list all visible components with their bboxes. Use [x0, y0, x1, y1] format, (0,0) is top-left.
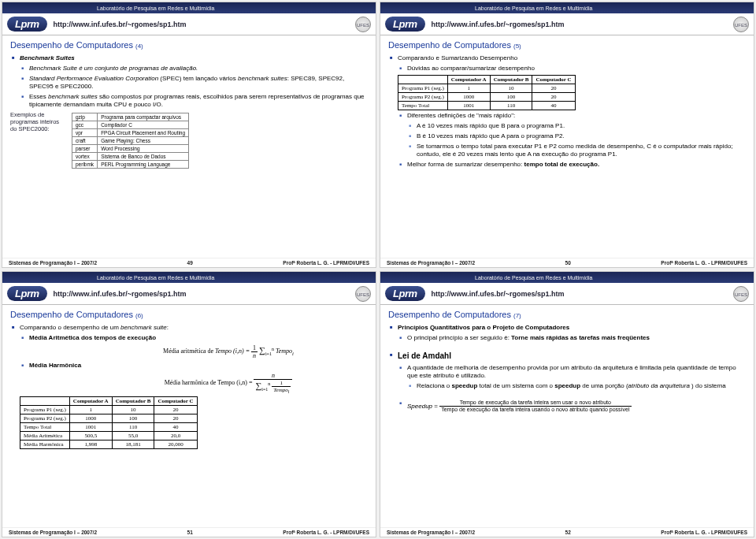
- page-num: 52: [565, 530, 571, 535]
- cell: gcc: [72, 121, 98, 129]
- col-header: Computador C: [154, 397, 197, 406]
- slide-title: Desempenho de Computadores (5): [388, 40, 746, 50]
- bullet: A quantidade de melhoria de desempenho p…: [407, 364, 746, 380]
- text: benchmark suites: [238, 75, 287, 82]
- cell: FPGA Circuit Placement and Routing: [98, 129, 189, 137]
- cell: 1001: [447, 102, 490, 110]
- spec-examples: Exemplos de programas inteiros do SPEC20…: [10, 111, 368, 169]
- heading-benchmark: Benchmark Suites: [20, 54, 368, 62]
- text: (SPEC) tem lançado vários: [158, 75, 238, 82]
- page-num: 50: [565, 260, 571, 266]
- slide-4: Laboratório de Pesquisa em Redes e Multi…: [2, 2, 376, 268]
- lab-header: Laboratório de Pesquisa em Redes e Multi…: [2, 2, 376, 13]
- cell: Game Playing: Chess: [98, 137, 189, 145]
- logo-row: Lprm http://www.inf.ufes.br/~rgomes/sp1.…: [380, 13, 754, 35]
- cell: gzip: [72, 113, 98, 121]
- cell: PERL Programming Language: [98, 161, 189, 169]
- text: total de um sistema com o: [477, 382, 554, 389]
- cell: 40: [154, 423, 197, 432]
- cell: 20: [532, 84, 575, 93]
- cell: Compilador C: [98, 121, 189, 129]
- text: de uma porção (: [580, 382, 628, 389]
- url: http://www.inf.ufes.br/~rgomes/sp1.htm: [54, 290, 187, 298]
- cell: 100: [490, 93, 532, 102]
- col-header: Computador B: [490, 76, 532, 84]
- heading-amdahl: Lei de Amdahl: [398, 351, 746, 362]
- text: Melhor forma de sumarizar desempenho:: [407, 161, 524, 168]
- ufes-crest-icon: UFES: [355, 286, 371, 302]
- ufes-crest-icon: UFES: [355, 17, 371, 32]
- cell: parser: [72, 145, 98, 153]
- cell: 20: [154, 414, 197, 423]
- cell: 18,181: [112, 440, 154, 449]
- text: Relaciona o: [417, 382, 451, 389]
- cell: 1: [69, 406, 112, 414]
- url: http://www.inf.ufes.br/~rgomes/sp1.htm: [432, 20, 565, 28]
- text: speedup: [451, 382, 477, 389]
- lab-header: Laboratório de Pesquisa em Redes e Multi…: [2, 272, 376, 283]
- cell: 500,5: [69, 432, 112, 440]
- cell: vortex: [72, 153, 98, 161]
- lprm-logo: Lprm: [385, 286, 425, 301]
- footer-right: Profª Roberta L. G. - LPRM/DI/UFES: [661, 260, 747, 266]
- lab-header: Laboratório de Pesquisa em Redes e Multi…: [380, 272, 754, 283]
- numerator: Tempo de execução da tarefa inteira sem …: [439, 400, 631, 407]
- text: Esses: [29, 93, 48, 100]
- col-header: Computador A: [447, 76, 490, 84]
- footer-left: Sistemas de Programação I – 2007/2: [9, 530, 97, 535]
- text: speedup: [554, 382, 580, 389]
- slide-6: Laboratório de Pesquisa em Redes e Multi…: [2, 271, 376, 537]
- col-header: Computador C: [532, 76, 575, 84]
- cell: 1000: [69, 414, 112, 423]
- footer-right: Profª Roberta L. G. - LPRM/DI/UFES: [283, 530, 369, 535]
- cell: 10: [490, 84, 532, 93]
- heading: Comparando o desempenho de um benchmark …: [20, 324, 368, 332]
- text: Média harmônica de Tempo (i,n) =: [165, 379, 254, 386]
- title-num: (7): [513, 312, 521, 319]
- title-text: Desempenho de Computadores: [10, 40, 133, 50]
- bullet: B é 10 vezes mais rápido que A para o pr…: [417, 132, 746, 140]
- text: benchmark suites: [48, 93, 98, 100]
- content: Desempenho de Computadores (7) Princípio…: [380, 305, 754, 527]
- col-header: Computador A: [69, 397, 112, 406]
- cell: 110: [112, 423, 154, 432]
- col-header: [398, 76, 448, 84]
- slide-5: Laboratório de Pesquisa em Redes e Multi…: [380, 2, 754, 268]
- cell: 20,000: [154, 440, 197, 449]
- url: http://www.inf.ufes.br/~rgomes/sp1.htm: [54, 20, 187, 28]
- url: http://www.inf.ufes.br/~rgomes/sp1.htm: [432, 290, 565, 298]
- page-num: 49: [187, 260, 193, 266]
- title-num: (5): [513, 43, 521, 50]
- title-text: Desempenho de Computadores: [388, 40, 511, 50]
- slide-title: Desempenho de Computadores (6): [10, 310, 368, 319]
- lprm-logo: Lprm: [7, 286, 47, 301]
- title-text: Desempenho de Computadores: [10, 310, 133, 319]
- content: Desempenho de Computadores (5) Comparand…: [380, 35, 754, 258]
- text: ) do sistema: [690, 382, 726, 389]
- text: =: [432, 403, 439, 410]
- footer-left: Sistemas de Programação I – 2007/2: [387, 530, 475, 535]
- denominator: Tempo de execução da tarefa inteira usan…: [439, 407, 631, 414]
- cell: Programa para compactar arquivos: [98, 113, 189, 121]
- cell: 20: [154, 406, 197, 414]
- bullet: Se tomarmos o tempo total para executar …: [417, 143, 746, 158]
- lprm-logo: Lprm: [385, 17, 425, 32]
- text: Média aritmética de: [163, 348, 215, 355]
- footer: Sistemas de Programação I – 2007/2 52 Pr…: [380, 527, 754, 537]
- cell: 1000: [447, 93, 490, 102]
- bullet: Relaciona o speedup total de um sistema …: [417, 382, 746, 390]
- heading: Comparando e Sumarizando Desempenho: [398, 54, 746, 62]
- cell: 1001: [69, 423, 112, 432]
- cell: perlbmk: [72, 161, 98, 169]
- cell: Programa P1 (seg.): [398, 84, 448, 93]
- text: Torne mais rápidas as tarefas mais freqü…: [511, 334, 650, 341]
- cell: vpr: [72, 129, 98, 137]
- spec-label: Exemplos de programas inteiros do SPEC20…: [10, 111, 67, 132]
- lab-header: Laboratório de Pesquisa em Redes e Multi…: [380, 2, 754, 13]
- logo-row: Lprm http://www.inf.ufes.br/~rgomes/sp1.…: [380, 283, 754, 305]
- cell: 10: [112, 406, 154, 414]
- title-num: (4): [135, 43, 143, 50]
- cell: Programa P2 (seg.): [20, 414, 70, 423]
- text: :: [167, 324, 169, 331]
- text: tempo total de execução.: [524, 161, 600, 168]
